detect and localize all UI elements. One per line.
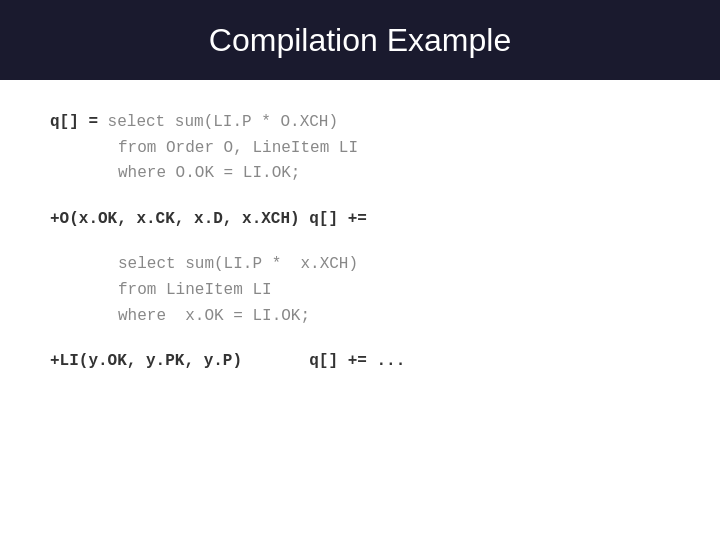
s3-text: where x.OK = LI.OK; [118, 304, 310, 330]
code-line-li: +LI(y.OK, y.PK, y.P) q[] += ... [50, 349, 670, 375]
q-line-1: select sum(LI.P * O.XCH) [108, 110, 338, 136]
q-indent2 [50, 161, 118, 187]
code-line-s2: from LineItem LI [50, 278, 670, 304]
code-block-1: q[] = select sum(LI.P * O.XCH) from Orde… [50, 110, 670, 187]
header: Compilation Example [0, 0, 720, 80]
s1-indent [50, 252, 118, 278]
code-line-2: from Order O, LineItem LI [50, 136, 670, 162]
q-indent [50, 136, 118, 162]
li-label: +LI(y.OK, y.PK, y.P) q[] += ... [50, 349, 405, 375]
o-label: +O(x.OK, x.CK, x.D, x.XCH) q[] += [50, 207, 367, 233]
code-line-o: +O(x.OK, x.CK, x.D, x.XCH) q[] += [50, 207, 670, 233]
s2-text: from LineItem LI [118, 278, 272, 304]
q-label: q[] = [50, 110, 108, 136]
code-block-2: +O(x.OK, x.CK, x.D, x.XCH) q[] += [50, 207, 670, 233]
s1-text: select sum(LI.P * x.XCH) [118, 252, 358, 278]
code-block-3: select sum(LI.P * x.XCH) from LineItem L… [50, 252, 670, 329]
code-line-3: where O.OK = LI.OK; [50, 161, 670, 187]
code-line-s3: where x.OK = LI.OK; [50, 304, 670, 330]
code-line-1: q[] = select sum(LI.P * O.XCH) [50, 110, 670, 136]
s3-indent [50, 304, 118, 330]
code-line-s1: select sum(LI.P * x.XCH) [50, 252, 670, 278]
s2-indent [50, 278, 118, 304]
q-line-2: from Order O, LineItem LI [118, 136, 358, 162]
code-block-4: +LI(y.OK, y.PK, y.P) q[] += ... [50, 349, 670, 375]
q-line-3: where O.OK = LI.OK; [118, 161, 300, 187]
header-title: Compilation Example [209, 22, 511, 59]
content-area: q[] = select sum(LI.P * O.XCH) from Orde… [0, 80, 720, 413]
